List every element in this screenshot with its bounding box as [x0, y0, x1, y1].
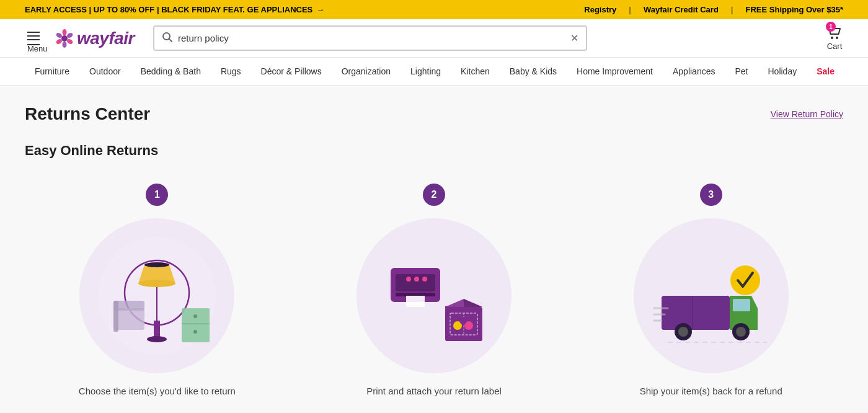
step-1-illustration: [95, 234, 219, 358]
svg-point-41: [459, 317, 467, 324]
header: Menu wayfair ✕ 1 Cart: [0, 19, 868, 58]
svg-point-4: [63, 42, 67, 48]
divider-1: |: [629, 5, 631, 14]
menu-label: Menu: [27, 44, 40, 45]
nav-bedding-bath[interactable]: Bedding & Bath: [131, 58, 211, 85]
promo-arrow: →: [316, 5, 324, 14]
free-shipping-link[interactable]: FREE Shipping Over $35*: [746, 5, 844, 14]
step-2: 2: [302, 184, 567, 396]
svg-point-9: [831, 37, 833, 39]
step-2-illustration: [372, 234, 496, 358]
nav-outdoor[interactable]: Outdoor: [79, 58, 131, 85]
svg-rect-29: [406, 296, 425, 307]
nav-rugs[interactable]: Rugs: [211, 58, 251, 85]
search-button[interactable]: [162, 32, 173, 45]
nav-appliances[interactable]: Appliances: [663, 58, 725, 85]
svg-point-24: [193, 330, 197, 334]
svg-point-53: [730, 265, 760, 295]
view-return-policy-link[interactable]: View Return Policy: [771, 109, 843, 119]
divider-2: |: [731, 5, 733, 14]
step-3-number: 3: [700, 184, 722, 206]
svg-point-49: [678, 327, 688, 337]
logo-icon: [55, 29, 74, 48]
cart-label: Cart: [827, 42, 843, 51]
registry-link[interactable]: Registry: [584, 5, 616, 14]
step-3-image: [634, 218, 789, 373]
svg-rect-44: [733, 299, 750, 311]
svg-point-23: [193, 314, 197, 318]
nav-baby-kids[interactable]: Baby & Kids: [500, 58, 567, 85]
hamburger-line-3: [27, 39, 40, 40]
hamburger-line-2: [27, 35, 40, 37]
hamburger-line-1: [27, 32, 40, 33]
nav-kitchen[interactable]: Kitchen: [451, 58, 500, 85]
search-input[interactable]: [178, 33, 565, 43]
svg-point-0: [61, 35, 68, 42]
nav-furniture[interactable]: Furniture: [25, 58, 79, 85]
svg-point-1: [63, 29, 67, 35]
nav-sale[interactable]: Sale: [807, 58, 844, 85]
step-2-image: [356, 218, 512, 373]
search-bar: ✕: [153, 25, 587, 51]
step-3-description: Ship your item(s) back for a refund: [640, 386, 782, 396]
banner-links: Registry | Wayfair Credit Card | FREE Sh…: [584, 5, 843, 14]
nav-holiday[interactable]: Holiday: [758, 58, 807, 85]
svg-rect-15: [113, 301, 118, 332]
step-1: 1: [25, 184, 290, 396]
search-icon: [162, 32, 173, 43]
section-title: Easy Online Returns: [25, 143, 843, 159]
wayfair-logo[interactable]: wayfair: [55, 29, 135, 48]
svg-point-30: [422, 277, 427, 282]
step-1-number: 1: [146, 184, 168, 206]
nav-organization[interactable]: Organization: [332, 58, 401, 85]
step-2-number: 2: [423, 184, 445, 206]
svg-line-8: [169, 39, 172, 42]
steps-container: 1: [25, 184, 843, 396]
svg-rect-21: [182, 308, 210, 342]
svg-point-10: [836, 37, 838, 39]
menu-button[interactable]: Menu: [25, 29, 42, 48]
step-3-illustration: [649, 234, 773, 358]
main-nav: Furniture Outdoor Bedding & Bath Rugs Dé…: [0, 58, 868, 86]
nav-decor-pillows[interactable]: Décor & Pillows: [251, 58, 332, 85]
promo-text: EARLY ACCESS | UP TO 80% OFF | BLACK FRI…: [25, 5, 312, 14]
svg-rect-27: [396, 274, 435, 291]
svg-point-31: [414, 277, 419, 282]
cart-badge: 1: [826, 22, 836, 32]
clear-search-button[interactable]: ✕: [570, 32, 578, 44]
step-2-description: Print and attach your return label: [366, 386, 502, 396]
svg-point-19: [138, 280, 175, 287]
main-content: Returns Center View Return Policy Easy O…: [0, 86, 868, 413]
step-3: 3: [578, 184, 843, 396]
nav-lighting[interactable]: Lighting: [401, 58, 451, 85]
page-title: Returns Center: [25, 104, 150, 124]
credit-card-link[interactable]: Wayfair Credit Card: [644, 5, 719, 14]
nav-pet[interactable]: Pet: [725, 58, 758, 85]
svg-point-32: [406, 277, 411, 282]
step-1-image: [79, 218, 234, 373]
svg-point-17: [147, 336, 167, 342]
banner-promo[interactable]: EARLY ACCESS | UP TO 80% OFF | BLACK FRI…: [25, 5, 324, 14]
svg-point-20: [144, 262, 169, 267]
logo-text: wayfair: [77, 29, 135, 48]
top-banner: EARLY ACCESS | UP TO 80% OFF | BLACK FRI…: [0, 0, 868, 19]
svg-rect-43: [662, 296, 730, 330]
svg-point-51: [736, 327, 746, 337]
nav-home-improvement[interactable]: Home Improvement: [567, 58, 663, 85]
page-header: Returns Center View Return Policy: [25, 104, 843, 124]
cart-button[interactable]: 1 Cart: [826, 25, 843, 51]
step-1-description: Choose the item(s) you'd like to return: [79, 386, 236, 396]
